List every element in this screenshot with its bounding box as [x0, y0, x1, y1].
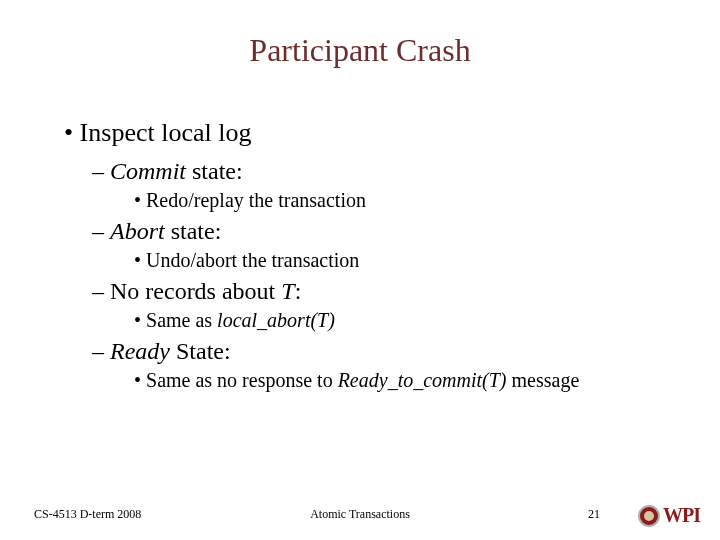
- bullet-italic: Abort: [110, 218, 165, 244]
- bullet-text: message: [507, 369, 580, 391]
- bullet-level3: Undo/abort the transaction: [134, 249, 674, 272]
- bullet-level1: Inspect local log: [64, 118, 674, 148]
- bullet-text: :: [295, 278, 302, 304]
- bullet-level3: Redo/replay the transaction: [134, 189, 674, 212]
- bullet-text: Undo/abort the transaction: [146, 249, 359, 271]
- footer-center: Atomic Transactions: [0, 507, 720, 522]
- wpi-logo-text: WPI: [663, 504, 700, 527]
- bullet-level3: Same as local_abort(T): [134, 309, 674, 332]
- bullet-text: state:: [165, 218, 222, 244]
- wpi-logo: WPI: [638, 504, 700, 527]
- bullet-italic: T: [281, 278, 294, 304]
- bullet-text: Same as: [146, 309, 217, 331]
- bullet-text: Inspect local log: [80, 118, 252, 147]
- bullet-text: Same as no response to: [146, 369, 338, 391]
- bullet-text: State:: [170, 338, 231, 364]
- bullet-text: Redo/replay the transaction: [146, 189, 366, 211]
- bullet-level3: Same as no response to Ready_to_commit(T…: [134, 369, 674, 392]
- bullet-level2: No records about T:: [92, 278, 674, 305]
- bullet-italic: Commit: [110, 158, 186, 184]
- slide: Participant Crash Inspect local log Comm…: [0, 0, 720, 540]
- slide-title: Participant Crash: [0, 32, 720, 69]
- bullet-level2: Ready State:: [92, 338, 674, 365]
- bullet-text: No records about: [110, 278, 281, 304]
- bullet-italic: Ready: [110, 338, 170, 364]
- footer-page-number: 21: [588, 507, 600, 522]
- bullet-level2: Abort state:: [92, 218, 674, 245]
- bullet-text: state:: [186, 158, 243, 184]
- wpi-seal-icon: [638, 505, 660, 527]
- bullet-italic: Ready_to_commit(T): [338, 369, 507, 391]
- bullet-italic: local_abort(T): [217, 309, 335, 331]
- slide-content: Inspect local log Commit state: Redo/rep…: [64, 118, 674, 398]
- bullet-level2: Commit state:: [92, 158, 674, 185]
